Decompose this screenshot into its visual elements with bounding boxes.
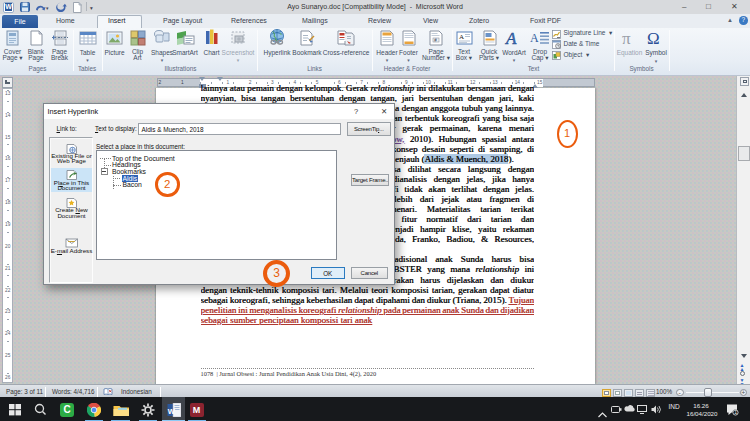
svg-text:A: A (505, 29, 517, 47)
svg-text:Ω: Ω (647, 29, 660, 48)
svg-text:W: W (168, 406, 176, 415)
svg-text:1: 1 (734, 409, 737, 415)
svg-text:A: A (459, 33, 464, 41)
svg-text:π: π (622, 29, 631, 48)
svg-text:A: A (530, 31, 539, 45)
